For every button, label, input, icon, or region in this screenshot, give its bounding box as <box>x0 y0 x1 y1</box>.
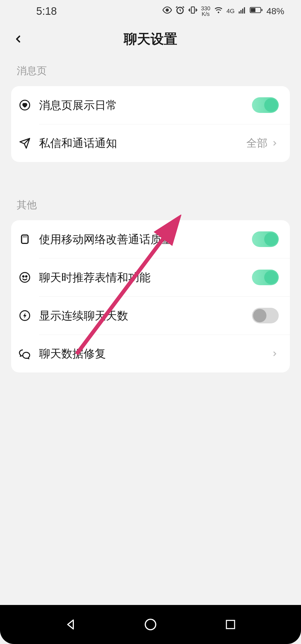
svg-rect-11 <box>21 235 28 243</box>
svg-rect-3 <box>239 11 240 14</box>
chevron-right-icon <box>271 350 279 358</box>
row-label: 私信和通话通知 <box>39 135 246 151</box>
row-recommend-emoji[interactable]: 聊天时推荐表情和功能 <box>11 258 290 296</box>
toggle-streak-days[interactable] <box>252 308 279 323</box>
row-label: 聊天数据修复 <box>39 346 271 361</box>
nav-home-button[interactable] <box>142 616 159 633</box>
svg-point-12 <box>20 273 30 282</box>
alarm-icon <box>175 5 185 17</box>
chevron-right-icon <box>271 139 279 147</box>
eye-icon <box>162 5 172 17</box>
row-label: 聊天时推荐表情和功能 <box>39 270 252 285</box>
status-indicators: 330 K/s 4G 48% <box>162 5 284 17</box>
signal-icon <box>238 6 246 16</box>
svg-point-0 <box>166 9 169 11</box>
svg-point-14 <box>26 276 27 277</box>
back-button[interactable] <box>11 32 25 46</box>
row-dm-notifications[interactable]: 私信和通话通知 全部 <box>11 124 290 162</box>
section-messages-card: 消息页展示日常 私信和通话通知 全部 <box>11 86 290 162</box>
svg-rect-4 <box>241 10 242 14</box>
row-label: 消息页展示日常 <box>39 98 252 113</box>
row-label: 使用移动网络改善通话质量 <box>39 232 252 247</box>
svg-rect-8 <box>251 8 256 12</box>
row-value: 全部 <box>246 136 268 150</box>
row-data-repair[interactable]: 聊天数据修复 <box>11 335 290 372</box>
svg-point-13 <box>23 276 24 277</box>
smile-icon <box>18 271 31 284</box>
row-streak-days[interactable]: 显示连续聊天天数 <box>11 297 290 335</box>
page-title: 聊天设置 <box>124 30 177 48</box>
toggle-show-daily[interactable] <box>252 97 279 113</box>
nav-recents-button[interactable] <box>222 616 239 633</box>
page-header: 聊天设置 <box>0 22 301 56</box>
section-other-card: 使用移动网络改善通话质量 聊天时推荐表情和功能 显示连续聊天天数 聊天数据修复 <box>11 220 290 372</box>
svg-point-18 <box>145 619 156 630</box>
section-header-other: 其他 <box>0 162 301 220</box>
row-label: 显示连续聊天天数 <box>39 308 252 323</box>
section-header-messages: 消息页 <box>0 56 301 86</box>
network-4g: 4G <box>227 8 235 15</box>
chat-bubbles-icon <box>18 347 31 360</box>
toggle-mobile-network[interactable] <box>252 231 279 247</box>
status-bar: 5:18 330 K/s 4G 48% <box>0 0 301 22</box>
heart-outline-icon <box>18 99 31 112</box>
svg-rect-5 <box>242 9 243 14</box>
sim-icon <box>18 233 31 246</box>
send-icon <box>18 137 31 150</box>
network-speed: 330 K/s <box>201 6 210 17</box>
svg-rect-6 <box>244 7 245 14</box>
battery-percent: 48% <box>266 6 284 16</box>
status-time: 5:18 <box>36 5 57 17</box>
vibrate-icon <box>188 5 198 17</box>
row-show-daily[interactable]: 消息页展示日常 <box>11 86 290 124</box>
battery-icon <box>250 6 263 16</box>
svg-rect-9 <box>261 9 263 11</box>
system-nav-bar <box>0 605 301 644</box>
bolt-icon <box>18 309 31 322</box>
svg-rect-19 <box>226 620 234 628</box>
row-mobile-network[interactable]: 使用移动网络改善通话质量 <box>11 220 290 258</box>
wifi-icon <box>214 5 223 17</box>
nav-back-button[interactable] <box>62 616 79 633</box>
svg-rect-2 <box>191 7 195 13</box>
toggle-recommend-emoji[interactable] <box>252 270 279 285</box>
